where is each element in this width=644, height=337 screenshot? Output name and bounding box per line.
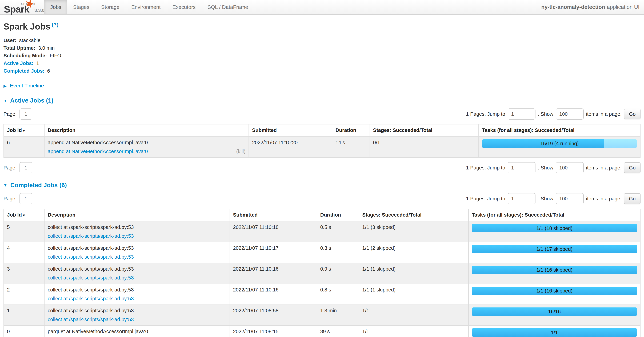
- tab-jobs[interactable]: Jobs: [44, 0, 67, 14]
- show-text: . Show: [538, 111, 554, 117]
- application-name-suffix: application UI: [607, 4, 640, 10]
- header-stages[interactable]: Stages: Succeeded/Total: [370, 124, 478, 137]
- tab-jobs-label: Jobs: [50, 4, 61, 10]
- page-input[interactable]: [20, 162, 32, 173]
- active-jobs-table: Job Id▾ Description Submitted Duration S…: [4, 124, 640, 158]
- submitted-cell: 2022/11/07 11:10:16: [230, 263, 317, 284]
- pages-text: 1 Pages. Jump to: [466, 111, 505, 117]
- go-button[interactable]: Go: [624, 109, 640, 119]
- help-link[interactable]: (?): [52, 22, 58, 27]
- header-job-id-label: Job Id: [7, 127, 22, 133]
- header-tasks[interactable]: Tasks (for all stages): Succeeded/Total: [478, 124, 640, 137]
- pages-text: 1 Pages. Jump to: [466, 196, 505, 202]
- go-button[interactable]: Go: [624, 193, 640, 204]
- header-submitted[interactable]: Submitted: [249, 124, 332, 137]
- header-job-id[interactable]: Job Id▾: [4, 124, 44, 137]
- stages-cell: 1/1 (1 skipped): [359, 284, 468, 305]
- jump-to-input[interactable]: [508, 193, 536, 204]
- description-link[interactable]: collect at /spark-scripts/spark-ad.py:53: [48, 316, 134, 323]
- page-input[interactable]: [20, 108, 32, 120]
- stages-cell: 1/1 (2 skipped): [359, 242, 468, 263]
- show-items-input[interactable]: [556, 162, 584, 173]
- progress-label: 1/1 (17 skipped): [472, 245, 637, 253]
- header-job-id-label: Job Id: [7, 212, 22, 218]
- table-row: 2collect at /spark-scripts/spark-ad.py:5…: [4, 284, 640, 305]
- duration-cell: 0.5 s: [317, 221, 359, 242]
- pagination-row-active-bottom: Page: 1 Pages. Jump to . Show items in a…: [4, 162, 640, 173]
- tab-stages[interactable]: Stages: [67, 0, 95, 14]
- submitted-cell: 2022/11/07 11:10:20: [249, 137, 332, 157]
- tab-environment-label: Environment: [131, 4, 160, 10]
- page-label: Page:: [4, 111, 17, 117]
- stages-cell: 0/1: [370, 137, 478, 157]
- section-header-active-jobs[interactable]: ▼ Active Jobs (1): [4, 97, 640, 104]
- expand-caret-icon: ▶: [4, 84, 6, 88]
- spark-logo: APACHE ★ Spark 3.3.0: [0, 0, 44, 14]
- description-link[interactable]: append at NativeMethodAccessorImpl.java:…: [48, 148, 148, 155]
- show-text: . Show: [538, 165, 554, 171]
- show-items-input[interactable]: [556, 193, 584, 204]
- tab-executors[interactable]: Executors: [166, 0, 202, 14]
- job-id-cell: 2: [4, 284, 44, 305]
- progress-label: 15/19 (4 running): [482, 139, 637, 148]
- table-row: 1collect at /spark-scripts/spark-ad.py:5…: [4, 305, 640, 326]
- page-label: Page:: [4, 165, 17, 171]
- completed-jobs-table: Job Id▾ Description Submitted Duration S…: [4, 209, 640, 337]
- submitted-cell: 2022/11/07 11:10:17: [230, 242, 317, 263]
- tab-storage-label: Storage: [101, 4, 120, 10]
- summary-scheduling-mode: Scheduling Mode: FIFO: [4, 52, 640, 59]
- description-cell: collect at /spark-scripts/spark-ad.py:53…: [44, 263, 230, 284]
- tasks-cell: 15/19 (4 running): [478, 137, 640, 157]
- description-link[interactable]: collect at /spark-scripts/spark-ad.py:53: [48, 233, 134, 239]
- jump-to-input[interactable]: [508, 108, 536, 120]
- tab-environment[interactable]: Environment: [126, 0, 166, 14]
- application-name-bold: ny-tlc-anomaly-detection: [541, 4, 605, 10]
- completed-jobs-link[interactable]: Completed Jobs:: [4, 68, 44, 74]
- tasks-progress-bar: 1/1 (16 skipped): [472, 287, 637, 295]
- tasks-cell: 1/1 (16 skipped): [468, 284, 640, 305]
- header-job-id[interactable]: Job Id▾: [4, 209, 44, 221]
- description-link[interactable]: collect at /spark-scripts/spark-ad.py:53: [48, 275, 134, 281]
- header-tasks[interactable]: Tasks (for all stages): Succeeded/Total: [468, 209, 640, 221]
- tasks-cell: 1/1 (17 skipped): [468, 242, 640, 263]
- collapse-caret-icon: ▼: [4, 183, 7, 187]
- header-duration[interactable]: Duration: [332, 124, 370, 137]
- duration-cell: 0.3 s: [317, 242, 359, 263]
- header-description[interactable]: Description: [44, 124, 249, 137]
- header-duration[interactable]: Duration: [317, 209, 359, 221]
- table-row: 0parquet at NativeMethodAccessorImpl.jav…: [4, 326, 640, 337]
- table-row: 3collect at /spark-scripts/spark-ad.py:5…: [4, 263, 640, 284]
- kill-link[interactable]: (kill): [236, 148, 246, 155]
- items-text: items in a page.: [586, 165, 622, 171]
- scheduling-mode-label: Scheduling Mode:: [4, 53, 47, 58]
- header-description[interactable]: Description: [44, 209, 230, 221]
- stages-cell: 1/1: [359, 305, 468, 326]
- event-timeline-label: Event Timeline: [10, 83, 44, 88]
- tab-storage[interactable]: Storage: [95, 0, 126, 14]
- go-button[interactable]: Go: [624, 162, 640, 173]
- duration-cell: 14 s: [332, 137, 370, 157]
- tasks-cell: 16/16: [468, 305, 640, 326]
- pagination-row-completed-top: Page: 1 Pages. Jump to . Show items in a…: [4, 193, 640, 204]
- description-link[interactable]: collect at /spark-scripts/spark-ad.py:53: [48, 296, 134, 302]
- duration-cell: 1.3 min: [317, 305, 359, 326]
- active-jobs-link[interactable]: Active Jobs:: [4, 60, 34, 66]
- show-items-input[interactable]: [556, 108, 584, 120]
- page-input[interactable]: [20, 193, 32, 204]
- items-text: items in a page.: [586, 196, 622, 202]
- description-link[interactable]: collect at /spark-scripts/spark-ad.py:53: [48, 254, 134, 260]
- description-cell: parquet at NativeMethodAccessorImpl.java…: [44, 326, 230, 337]
- header-stages[interactable]: Stages: Succeeded/Total: [359, 209, 468, 221]
- tab-sql-dataframe[interactable]: SQL / DataFrame: [202, 0, 254, 14]
- description-text: collect at /spark-scripts/spark-ad.py:53: [48, 224, 226, 231]
- description-cell: collect at /spark-scripts/spark-ad.py:53…: [44, 242, 230, 263]
- description-text: collect at /spark-scripts/spark-ad.py:53: [48, 266, 226, 272]
- event-timeline-toggle[interactable]: ▶ Event Timeline: [4, 83, 640, 89]
- stages-cell: 1/1: [359, 326, 468, 337]
- jump-to-input[interactable]: [508, 162, 536, 173]
- user-label: User:: [4, 37, 16, 43]
- description-text: collect at /spark-scripts/spark-ad.py:53: [48, 245, 226, 251]
- section-header-completed-jobs[interactable]: ▼ Completed Jobs (6): [4, 182, 640, 189]
- header-submitted[interactable]: Submitted: [230, 209, 317, 221]
- table-row: 4collect at /spark-scripts/spark-ad.py:5…: [4, 242, 640, 263]
